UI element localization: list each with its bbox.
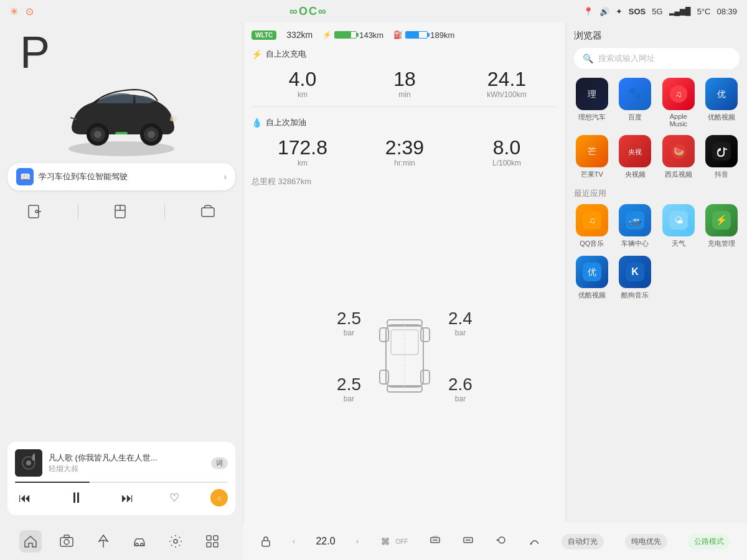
- electric-distance-value: 4.0: [251, 68, 354, 90]
- app-youku2[interactable]: 优 优酷视频: [574, 256, 610, 300]
- electric-time: 18 min: [354, 68, 456, 99]
- mirror-ctrl[interactable]: [496, 534, 508, 549]
- app-kugo[interactable]: K 酷狗音乐: [618, 256, 654, 300]
- app-youku[interactable]: 优 优酷视频: [704, 78, 740, 128]
- tire-section: 2.5 bar 2.5 bar: [251, 196, 558, 515]
- recent-apps-label: 最近应用: [574, 188, 740, 199]
- app-vehicle-center[interactable]: 🚙 车辆中心: [618, 204, 654, 248]
- app-baidu[interactable]: 🐾 百度: [618, 78, 654, 128]
- fan-ctrl[interactable]: OFF: [379, 535, 408, 548]
- svg-text:优: 优: [717, 89, 726, 99]
- nav-home[interactable]: [19, 530, 42, 553]
- svg-text:🚙: 🚙: [629, 214, 641, 226]
- divider-1: [251, 106, 558, 107]
- app-xigua[interactable]: 🍉 西瓜视频: [660, 135, 697, 179]
- smart-drive-icon: 📖: [16, 168, 34, 185]
- app-cctv-icon: 央视: [619, 135, 651, 167]
- app-cctv[interactable]: 央视 央视频: [618, 135, 654, 179]
- main-content: P: [0, 22, 747, 523]
- signal-icon: ▂▄▆█: [669, 7, 691, 16]
- svg-text:央视: 央视: [628, 148, 642, 156]
- temp-up[interactable]: ›: [356, 537, 359, 546]
- svg-rect-48: [60, 538, 73, 546]
- nav-camera[interactable]: [55, 530, 78, 553]
- fuel-distance-value: 172.8: [251, 137, 354, 159]
- app-baidu-label: 百度: [628, 113, 642, 122]
- lock-ctrl[interactable]: [260, 535, 272, 548]
- smart-drive-button[interactable]: 📖 学习车位到车位智能驾驶 ›: [7, 163, 235, 190]
- music-info: 凡人歌 (你我皆凡人生在人世... 轻烟大叔 词: [15, 449, 228, 477]
- total-mileage: 总里程 32867km: [251, 174, 558, 190]
- door-icon[interactable]: [24, 200, 46, 223]
- svg-text:理: 理: [588, 89, 596, 99]
- app-xigua-icon: 🍉: [662, 135, 695, 167]
- bluetooth-icon: ✦: [616, 7, 622, 16]
- app-mango[interactable]: 芒 芒果TV: [574, 135, 610, 179]
- app-cctv-label: 央视频: [625, 170, 646, 179]
- app-lixiang[interactable]: 理 理想汽车: [574, 78, 610, 128]
- music-source-icon[interactable]: ♫: [210, 489, 228, 506]
- lyric-button[interactable]: 词: [211, 457, 228, 469]
- rear-left-tire: 2.5 bar: [337, 375, 361, 403]
- svg-point-6: [148, 131, 155, 138]
- nav-nav[interactable]: [92, 530, 115, 553]
- heat-ctrl-2[interactable]: [462, 534, 474, 549]
- app-apple-music-label: Apple Music: [660, 113, 697, 128]
- svg-rect-56: [207, 543, 211, 547]
- app-apple-music[interactable]: ♫ Apple Music: [660, 78, 697, 128]
- app-kugo-icon: K: [619, 256, 651, 288]
- car-image: [53, 77, 190, 158]
- bottom-bar: ‹ 22.0 › OFF 自动灯光 纯电优先 公路模式: [0, 523, 747, 560]
- sos-label[interactable]: SOS: [629, 7, 646, 16]
- nav-car[interactable]: [128, 530, 151, 553]
- middle-panel: WLTC 332km ⚡ 143km ⛽ 189km ⚡ 自上次充电 4.0 k…: [244, 22, 565, 523]
- svg-rect-11: [202, 208, 214, 217]
- nav-apps[interactable]: [201, 530, 223, 553]
- svg-point-0: [68, 141, 174, 156]
- control-row: [7, 195, 235, 228]
- prev-button[interactable]: ⏮: [15, 488, 35, 508]
- fuel-distance-unit: km: [251, 159, 354, 167]
- auto-lights-btn[interactable]: 自动灯光: [561, 534, 604, 549]
- fuel-section-header: 💧 自上次加油: [251, 114, 558, 131]
- app-qq-music-icon: ♫: [576, 204, 608, 236]
- music-progress[interactable]: [15, 482, 228, 483]
- play-pause-button[interactable]: ⏸: [67, 488, 87, 508]
- right-panel: 浏览器 🔍 搜索或输入网址 理 理想汽车 🐾 百度: [566, 22, 747, 523]
- favorite-button[interactable]: ♡: [169, 491, 179, 505]
- music-thumbnail: [15, 449, 42, 477]
- app-weather[interactable]: 🌤 天气: [660, 204, 697, 248]
- window-icon[interactable]: [110, 200, 133, 223]
- app-qq-music[interactable]: ♫ QQ音乐: [574, 204, 610, 248]
- app-youku2-label: 优酷视频: [578, 291, 606, 300]
- svg-point-50: [64, 539, 69, 544]
- app-vehicle-icon: 🚙: [619, 204, 651, 236]
- heat-ctrl-1[interactable]: [429, 534, 441, 549]
- front-left-unit: bar: [337, 329, 361, 337]
- electric-label: 自上次充电: [266, 49, 306, 60]
- status-right: 📍 🔊 ✦ SOS 5G ▂▄▆█ 5°C 08:39: [583, 7, 737, 16]
- app-charge-mgmt[interactable]: ⚡ 充电管理: [704, 204, 740, 248]
- svg-text:♫: ♫: [589, 215, 596, 225]
- svg-text:优: 优: [588, 267, 596, 277]
- temp-down[interactable]: ‹: [293, 537, 295, 546]
- nav-settings[interactable]: [164, 530, 187, 553]
- svg-rect-24: [421, 370, 430, 384]
- next-button[interactable]: ⏭: [118, 488, 138, 508]
- svg-text:K: K: [631, 266, 639, 277]
- bottom-nav: [0, 523, 243, 560]
- app-douyin[interactable]: 抖音: [704, 135, 740, 179]
- music-meta: 凡人歌 (你我皆凡人生在人世... 轻烟大叔: [49, 452, 205, 474]
- wltc-badge: WLTC: [251, 30, 276, 40]
- road-mode-btn[interactable]: 公路模式: [688, 534, 730, 549]
- svg-text:🐾: 🐾: [628, 86, 642, 100]
- target-icon: ⊙: [26, 6, 34, 17]
- search-bar[interactable]: 🔍 搜索或输入网址: [574, 48, 740, 69]
- rear-left-value: 2.5: [337, 375, 361, 394]
- search-icon: 🔍: [583, 54, 593, 63]
- wipers-ctrl[interactable]: [529, 534, 541, 549]
- pure-electric-btn[interactable]: 纯电优先: [625, 534, 667, 549]
- svg-text:🌤: 🌤: [674, 215, 683, 225]
- trunk-icon[interactable]: [197, 200, 219, 223]
- svg-rect-7: [115, 132, 128, 134]
